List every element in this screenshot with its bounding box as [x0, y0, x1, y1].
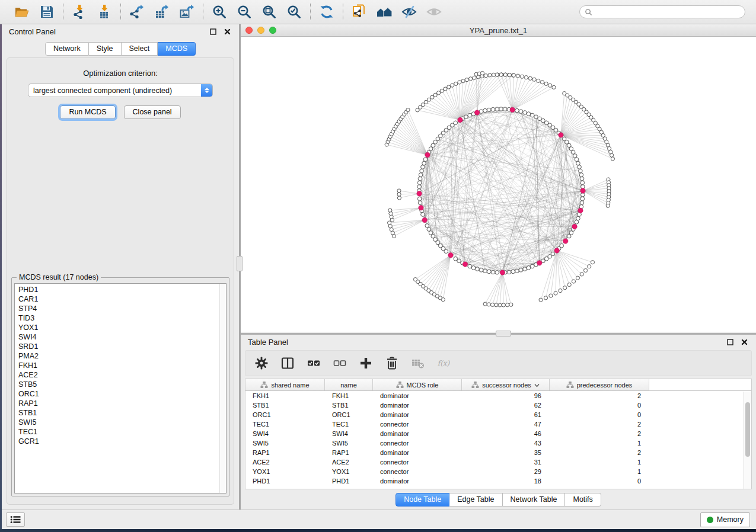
add-plus-icon[interactable]: [358, 355, 374, 371]
export-network-icon[interactable]: [128, 3, 146, 21]
tab-node-table[interactable]: Node Table: [395, 493, 449, 507]
export-table-icon[interactable]: [153, 3, 171, 21]
cell-shared-name[interactable]: SWI5: [245, 440, 325, 447]
zoom-out-icon[interactable]: [235, 3, 253, 21]
cell-shared-name[interactable]: PHD1: [245, 477, 325, 485]
tab-network[interactable]: Network: [45, 42, 89, 56]
maximize-window-traffic-icon[interactable]: [269, 27, 276, 34]
tab-mcds[interactable]: MCDS: [158, 42, 196, 56]
cell-successor-nodes[interactable]: 29: [462, 468, 550, 475]
mcds-result-list[interactable]: PHD1CAR1STP4TID3YOX1SWI4SRD1PMA2FKH1ACE2…: [14, 283, 227, 493]
mcds-result-item[interactable]: SWI4: [18, 332, 219, 342]
table-row[interactable]: SWI4SWI4dominator462: [245, 429, 751, 438]
cell-MCDS-role[interactable]: connector: [373, 440, 462, 447]
table-row[interactable]: RAP1RAP1dominator352: [245, 448, 751, 457]
houses-icon[interactable]: [375, 3, 393, 21]
cell-name[interactable]: ACE2: [325, 459, 373, 466]
mcds-result-item[interactable]: PMA2: [18, 351, 219, 361]
cell-name[interactable]: YOX1: [325, 468, 373, 475]
column-header-predecessor-nodes[interactable]: predecessor nodes: [550, 379, 649, 390]
column-header-name[interactable]: name: [325, 379, 373, 390]
cell-name[interactable]: PHD1: [325, 477, 373, 485]
open-session-icon[interactable]: [13, 3, 31, 21]
cell-predecessor-nodes[interactable]: 1: [550, 440, 649, 447]
cell-successor-nodes[interactable]: 46: [462, 430, 550, 437]
table-row[interactable]: FKH1FKH1dominator962: [245, 391, 751, 400]
cell-MCDS-role[interactable]: dominator: [373, 411, 462, 418]
network-window-titlebar[interactable]: YPA_prune.txt_1: [241, 24, 756, 37]
mcds-result-item[interactable]: STB5: [18, 380, 219, 389]
cell-MCDS-role[interactable]: dominator: [373, 402, 462, 409]
cell-predecessor-nodes[interactable]: 1: [550, 459, 649, 466]
table-row[interactable]: ORC1ORC1dominator610: [245, 410, 751, 419]
import-table-icon[interactable]: [95, 3, 113, 21]
mcds-result-item[interactable]: STB1: [18, 408, 219, 418]
table-row[interactable]: SWI5SWI5connector431: [245, 438, 751, 448]
cell-shared-name[interactable]: STB1: [245, 402, 325, 409]
cell-shared-name[interactable]: ORC1: [245, 411, 325, 418]
search-input[interactable]: [592, 8, 740, 16]
close-panel-button[interactable]: Close panel: [124, 105, 181, 119]
column-header-MCDS-role[interactable]: MCDS role: [373, 379, 462, 390]
minimize-window-traffic-icon[interactable]: [257, 27, 264, 34]
cell-successor-nodes[interactable]: 43: [462, 440, 550, 447]
cell-predecessor-nodes[interactable]: 0: [550, 411, 649, 418]
mcds-result-item[interactable]: SWI5: [18, 418, 219, 427]
import-network-icon[interactable]: [71, 3, 88, 21]
task-history-button[interactable]: [6, 512, 25, 527]
mcds-result-item[interactable]: TID3: [18, 313, 219, 323]
cell-shared-name[interactable]: RAP1: [245, 449, 325, 456]
cell-MCDS-role[interactable]: dominator: [373, 430, 462, 437]
close-table-panel-icon[interactable]: [739, 337, 749, 347]
mcds-result-item[interactable]: SRD1: [18, 342, 219, 351]
table-row[interactable]: YOX1YOX1connector291: [245, 467, 751, 476]
column-header-successor-nodes[interactable]: successor nodes: [462, 379, 550, 390]
vertical-splitter-handle[interactable]: [237, 256, 243, 271]
zoom-in-icon[interactable]: [210, 3, 228, 21]
cell-shared-name[interactable]: FKH1: [245, 392, 325, 399]
close-window-traffic-icon[interactable]: [245, 27, 253, 34]
clear-selection-checks-icon[interactable]: [332, 355, 347, 371]
mcds-result-item[interactable]: ACE2: [18, 370, 219, 380]
mcds-result-item[interactable]: PHD1: [18, 285, 219, 294]
cell-successor-nodes[interactable]: 47: [462, 421, 550, 428]
cell-successor-nodes[interactable]: 62: [462, 402, 550, 409]
cell-name[interactable]: FKH1: [325, 392, 373, 399]
zoom-selected-icon[interactable]: [285, 3, 303, 21]
cell-name[interactable]: ORC1: [325, 411, 373, 418]
cell-shared-name[interactable]: TEC1: [245, 421, 325, 428]
mcds-result-item[interactable]: RAP1: [18, 399, 219, 408]
node-table[interactable]: shared namenameMCDS rolesuccessor nodesp…: [245, 379, 752, 489]
cell-name[interactable]: STB1: [325, 402, 373, 409]
cell-predecessor-nodes[interactable]: 2: [550, 421, 649, 428]
close-panel-icon[interactable]: [222, 27, 232, 36]
select-all-checks-icon[interactable]: [306, 355, 321, 371]
cell-MCDS-role[interactable]: connector: [373, 459, 462, 466]
cell-predecessor-nodes[interactable]: 2: [550, 392, 649, 399]
table-row[interactable]: STB1STB1dominator620: [245, 400, 751, 410]
hide-selected-eye-slash-icon[interactable]: [400, 3, 418, 21]
column-header-shared-name[interactable]: shared name: [245, 379, 325, 390]
criterion-dropdown[interactable]: largest connected component (undirected): [28, 84, 213, 97]
network-canvas[interactable]: [241, 37, 756, 332]
cell-MCDS-role[interactable]: connector: [373, 468, 462, 475]
network-from-selection-icon[interactable]: [350, 3, 368, 21]
cell-MCDS-role[interactable]: dominator: [373, 392, 462, 399]
cell-predecessor-nodes[interactable]: 0: [550, 402, 649, 409]
cell-shared-name[interactable]: YOX1: [245, 468, 325, 475]
cell-name[interactable]: TEC1: [325, 421, 373, 428]
memory-button[interactable]: Memory: [700, 512, 750, 527]
delete-trash-icon[interactable]: [384, 355, 400, 371]
tab-edge-table[interactable]: Edge Table: [449, 493, 502, 507]
show-columns-icon[interactable]: [280, 355, 295, 371]
table-scrollbar-thumb[interactable]: [745, 402, 750, 457]
mcds-result-item[interactable]: TEC1: [18, 427, 219, 437]
cell-shared-name[interactable]: SWI4: [245, 430, 325, 437]
cell-predecessor-nodes[interactable]: 1: [550, 468, 649, 475]
cell-name[interactable]: SWI4: [325, 430, 373, 437]
tab-network-table[interactable]: Network Table: [503, 493, 566, 507]
cell-name[interactable]: RAP1: [325, 449, 373, 456]
tab-style[interactable]: Style: [89, 42, 122, 56]
table-row[interactable]: PHD1PHD1dominator180: [245, 476, 751, 486]
cell-successor-nodes[interactable]: 31: [462, 459, 550, 466]
